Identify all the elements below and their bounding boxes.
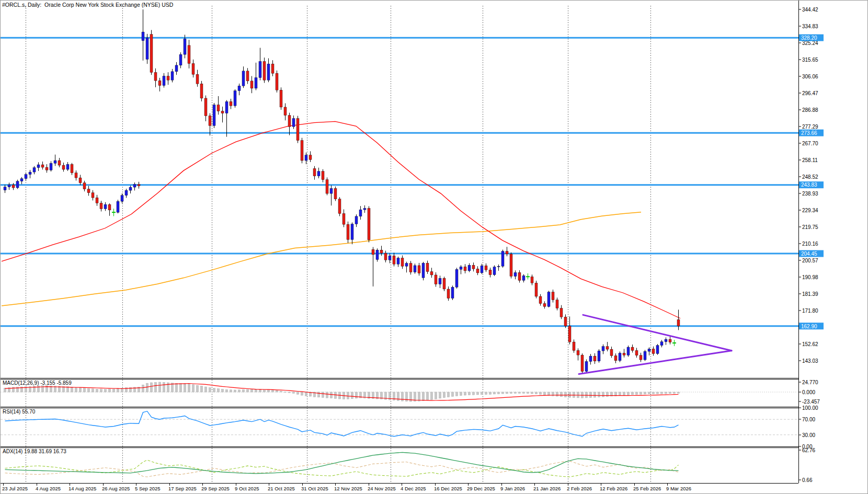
- axis-tick-label: 248.52: [802, 174, 818, 180]
- bear-candle-body: [296, 119, 299, 141]
- bear-candle-body: [301, 141, 303, 160]
- axis-tick-label: 210.16: [802, 241, 818, 247]
- bear-candle-body: [246, 71, 249, 81]
- bear-candle-body: [610, 349, 613, 355]
- axis-tick-label: 25 Feb 2026: [633, 486, 661, 491]
- macd-histogram-bar: [548, 392, 550, 395]
- bull-candle-body: [405, 263, 408, 267]
- axis-tick-label: 4 Dec 2025: [401, 486, 426, 491]
- bear-candle-body: [79, 178, 82, 183]
- bear-candle-body: [631, 347, 634, 350]
- axis-tick-label: 143.03: [802, 358, 818, 364]
- macd-histogram-bar: [422, 392, 425, 400]
- bull-candle-body: [493, 267, 496, 275]
- bull-candle-body: [619, 353, 621, 360]
- axis-tick-label: 243.83: [801, 182, 817, 188]
- bull-candle-body: [602, 347, 604, 351]
- bull-candle-body: [179, 54, 182, 65]
- bear-candle-body: [476, 269, 479, 273]
- bear-candle-body: [531, 277, 533, 283]
- adx-indicator-label: ADX(14) 19.88 31.69 16.73: [3, 449, 66, 454]
- macd-histogram-bar: [88, 388, 90, 392]
- bull-candle-body: [514, 272, 517, 276]
- bear-candle-body: [573, 342, 575, 350]
- axis-tick-label: 306.06: [802, 74, 818, 79]
- bull-candle-body: [439, 278, 441, 284]
- macd-histogram-bar: [293, 392, 295, 393]
- bear-candle-body: [472, 265, 475, 269]
- axis-tick-label: 0.66: [802, 477, 813, 483]
- axis-tick-label: 9 Mar 2026: [666, 486, 691, 491]
- bear-candle-body: [230, 101, 232, 106]
- bull-candle-body: [460, 267, 462, 269]
- axis-tick-label: 23 Jul 2025: [2, 486, 28, 491]
- bear-candle-body: [313, 168, 316, 176]
- macd-histogram-bar: [460, 392, 462, 396]
- axis-tick-label: 334.83: [802, 24, 818, 29]
- macd-histogram-bar: [636, 392, 638, 395]
- bull-candle-body: [8, 185, 10, 187]
- bull-candle-body: [660, 342, 663, 346]
- macd-histogram-bar: [347, 392, 349, 399]
- macd-histogram-bar: [481, 392, 483, 395]
- bull-candle-body: [330, 188, 333, 193]
- macd-histogram-bar: [180, 384, 182, 392]
- bear-candle-body: [347, 224, 349, 239]
- macd-histogram-bar: [272, 390, 274, 392]
- macd-histogram-bar: [213, 388, 215, 392]
- macd-histogram-bar: [661, 392, 663, 394]
- axis-tick-label: 26 Aug 2025: [102, 486, 130, 491]
- bull-candle-body: [20, 179, 23, 181]
- macd-histogram-bar: [356, 392, 358, 398]
- bear-candle-body: [568, 326, 571, 342]
- bear-candle-body: [41, 165, 44, 167]
- macd-histogram-bar: [565, 392, 567, 397]
- bull-candle-body: [455, 269, 458, 287]
- bear-candle-body: [83, 183, 86, 189]
- bear-candle-body: [593, 356, 596, 361]
- bull-candle-body: [16, 181, 19, 188]
- macd-histogram-bar: [318, 392, 320, 397]
- chart-canvas[interactable]: 344.42334.83325.24315.65306.06296.47286.…: [1, 1, 868, 494]
- macd-histogram-bar: [464, 392, 466, 395]
- axis-tick-label: 29 Dec 2025: [467, 486, 495, 491]
- bull-candle-body: [4, 187, 6, 190]
- trading-chart-window[interactable]: #ORCL.s, Daily: Oracle Corp New York Sto…: [0, 0, 868, 494]
- macd-histogram-bar: [71, 387, 73, 392]
- macd-histogram-bar: [569, 392, 571, 397]
- bull-candle-body: [351, 224, 353, 240]
- bear-candle-body: [45, 167, 48, 170]
- macd-histogram-bar: [188, 384, 190, 392]
- axis-tick-label: 31 Oct 2025: [301, 486, 328, 491]
- bull-candle-body: [317, 171, 320, 176]
- bull-candle-body: [589, 356, 592, 361]
- macd-histogram-bar: [96, 389, 98, 392]
- macd-histogram-bar: [255, 389, 257, 392]
- bear-candle-body: [108, 204, 111, 210]
- macd-histogram-bar: [623, 392, 625, 395]
- macd-histogram-bar: [602, 392, 604, 397]
- axis-tick-label: 17 Sep 2025: [168, 486, 197, 491]
- macd-histogram-bar: [326, 392, 328, 398]
- bear-candle-body: [577, 350, 579, 355]
- macd-histogram-bar: [673, 392, 676, 394]
- bear-candle-body: [372, 249, 374, 255]
- macd-histogram-bar: [494, 392, 496, 394]
- axis-tick-label: 328.20: [801, 35, 817, 41]
- axis-tick-label: 24.770: [802, 380, 818, 385]
- macd-histogram-bar: [678, 392, 680, 393]
- macd-histogram-bar: [556, 392, 558, 396]
- bull-candle-body: [129, 187, 132, 190]
- bull-candle-body: [522, 275, 525, 280]
- macd-histogram-bar: [163, 382, 165, 392]
- macd-histogram-bar: [627, 392, 630, 395]
- macd-histogram-bar: [280, 391, 282, 392]
- macd-histogram-bar: [544, 392, 546, 395]
- bear-candle-body: [639, 355, 642, 360]
- macd-histogram-bar: [506, 392, 508, 394]
- macd-histogram-bar: [561, 392, 563, 397]
- bear-candle-body: [309, 155, 312, 160]
- axis-tick-label: 238.93: [802, 191, 818, 197]
- bull-candle-body: [104, 204, 107, 209]
- macd-histogram-bar: [146, 383, 149, 392]
